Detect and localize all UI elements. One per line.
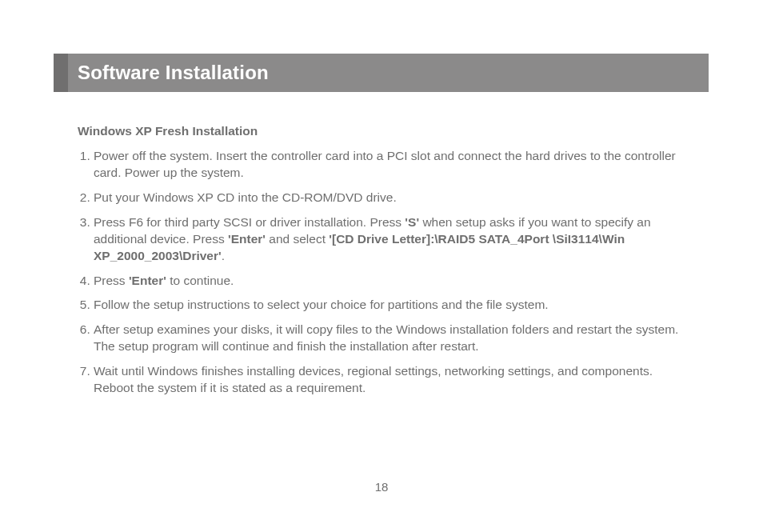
- step-text: Follow the setup instructions to select …: [94, 298, 549, 311]
- section-subheading: Windows XP Fresh Installation: [78, 124, 685, 138]
- step-item: Power off the system. Insert the control…: [94, 148, 685, 182]
- banner-title: Software Installation: [78, 62, 269, 84]
- step-text-bold: 'Enter': [129, 274, 166, 287]
- page-number: 18: [0, 480, 763, 494]
- step-text: .: [222, 249, 225, 262]
- step-text: and select: [266, 232, 329, 246]
- step-item: After setup examines your disks, it will…: [94, 322, 685, 355]
- step-text: Power off the system. Insert the control…: [94, 149, 676, 179]
- step-item: Press 'Enter' to continue.: [94, 273, 685, 290]
- step-item: Follow the setup instructions to select …: [94, 297, 685, 314]
- step-text: to continue.: [166, 274, 234, 287]
- step-text-bold: 'S': [405, 215, 419, 229]
- section-banner: Software Installation: [54, 54, 709, 92]
- step-text: Press: [94, 274, 129, 287]
- step-text: Put your Windows XP CD into the CD-ROM/D…: [94, 190, 397, 204]
- page: Software Installation Windows XP Fresh I…: [0, 0, 763, 532]
- step-text: Press F6 for third party SCSI or driver …: [94, 215, 405, 229]
- step-item: Put your Windows XP CD into the CD-ROM/D…: [94, 190, 685, 206]
- step-item: Press F6 for third party SCSI or driver …: [94, 214, 685, 265]
- step-text: Wait until Windows finishes installing d…: [94, 364, 653, 394]
- banner-accent: [54, 54, 68, 92]
- step-text: After setup examines your disks, it will…: [94, 322, 678, 353]
- step-text-bold: 'Enter': [228, 232, 266, 246]
- step-item: Wait until Windows finishes installing d…: [94, 363, 685, 397]
- steps-list: Power off the system. Insert the control…: [78, 148, 685, 397]
- banner-main: Software Installation: [68, 54, 709, 92]
- content-area: Windows XP Fresh Installation Power off …: [78, 124, 685, 405]
